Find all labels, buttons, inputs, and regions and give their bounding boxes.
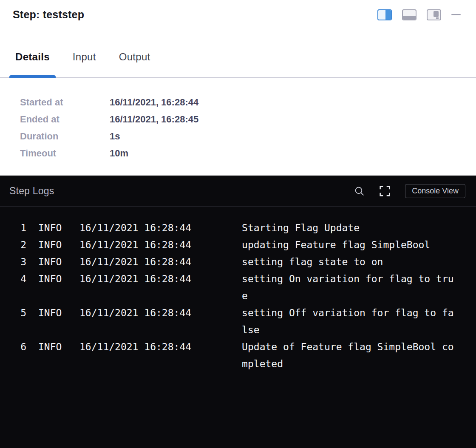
detail-row: Started at 16/11/2021, 16:28:44 bbox=[20, 94, 476, 111]
log-timestamp: 16/11/2021 16:28:44 bbox=[79, 253, 191, 270]
log-message: setting Off variation for flag to false bbox=[242, 304, 453, 338]
log-level: INFO bbox=[38, 236, 62, 253]
log-line-number: 6 bbox=[13, 338, 26, 355]
log-message: updating Feature flag SimpleBool bbox=[242, 236, 453, 253]
tab-details[interactable]: Details bbox=[9, 51, 56, 77]
log-message: Update of Feature flag SimpleBool comple… bbox=[242, 338, 453, 372]
search-icon bbox=[354, 186, 365, 196]
tab-output[interactable]: Output bbox=[113, 51, 156, 77]
log-level: INFO bbox=[38, 270, 62, 287]
log-timestamp: 16/11/2021 16:28:44 bbox=[79, 219, 191, 236]
log-line: 3 INFO 16/11/2021 16:28:44 setting flag … bbox=[13, 253, 476, 270]
tab-input[interactable]: Input bbox=[67, 51, 102, 77]
log-message: Starting Flag Update bbox=[242, 219, 453, 236]
tab-bar: Details Input Output bbox=[0, 21, 476, 78]
layout-right-view-button[interactable] bbox=[377, 9, 392, 20]
minimize-button[interactable] bbox=[451, 14, 461, 15]
logs-actions: Console View bbox=[354, 184, 465, 198]
detail-label: Duration bbox=[20, 128, 110, 145]
detail-value: 16/11/2021, 16:28:44 bbox=[110, 94, 198, 111]
log-message: setting On variation for flag to true bbox=[242, 270, 453, 304]
log-line-number: 3 bbox=[13, 253, 26, 270]
log-line-number: 1 bbox=[13, 219, 26, 236]
log-timestamp: 16/11/2021 16:28:44 bbox=[79, 270, 191, 287]
detail-row: Timeout 10m bbox=[20, 145, 476, 162]
log-level: INFO bbox=[38, 338, 62, 355]
log-level: INFO bbox=[38, 304, 62, 321]
log-line: 1 INFO 16/11/2021 16:28:44 Starting Flag… bbox=[13, 219, 476, 236]
log-timestamp: 16/11/2021 16:28:44 bbox=[79, 338, 191, 355]
console-view-button[interactable]: Console View bbox=[405, 184, 465, 198]
logs-header: Step Logs Console View bbox=[0, 176, 476, 207]
minimize-icon bbox=[451, 14, 461, 15]
step-logs-panel: Step Logs Console View 1 INFO 16/1 bbox=[0, 176, 476, 448]
details-section: Started at 16/11/2021, 16:28:44 Ended at… bbox=[0, 78, 476, 162]
log-level: INFO bbox=[38, 253, 62, 270]
layout-float-view-icon bbox=[427, 9, 441, 20]
layout-bottom-view-button[interactable] bbox=[402, 9, 416, 20]
log-line: 5 INFO 16/11/2021 16:28:44 setting Off v… bbox=[13, 304, 476, 338]
detail-row: Duration 1s bbox=[20, 128, 476, 145]
layout-controls bbox=[377, 9, 461, 20]
log-line: 4 INFO 16/11/2021 16:28:44 setting On va… bbox=[13, 270, 476, 304]
panel-header: Step: teststep bbox=[0, 0, 476, 21]
log-line: 2 INFO 16/11/2021 16:28:44 updating Feat… bbox=[13, 236, 476, 253]
layout-bottom-view-icon bbox=[402, 9, 416, 20]
search-button[interactable] bbox=[354, 186, 365, 196]
detail-label: Ended at bbox=[20, 111, 110, 128]
expand-icon bbox=[378, 185, 391, 197]
detail-label: Started at bbox=[20, 94, 110, 111]
detail-value: 10m bbox=[110, 145, 128, 162]
log-line-number: 5 bbox=[13, 304, 26, 321]
detail-label: Timeout bbox=[20, 145, 110, 162]
log-timestamp: 16/11/2021 16:28:44 bbox=[79, 304, 191, 321]
log-line-number: 4 bbox=[13, 270, 26, 287]
layout-right-view-icon bbox=[377, 9, 392, 20]
log-line-number: 2 bbox=[13, 236, 26, 253]
log-message: setting flag state to on bbox=[242, 253, 453, 270]
detail-value: 16/11/2021, 16:28:45 bbox=[110, 111, 198, 128]
log-level: INFO bbox=[38, 219, 62, 236]
layout-float-view-button[interactable] bbox=[427, 9, 441, 20]
expand-button[interactable] bbox=[378, 185, 391, 197]
log-lines: 1 INFO 16/11/2021 16:28:44 Starting Flag… bbox=[0, 207, 476, 372]
logs-title: Step Logs bbox=[9, 185, 54, 197]
detail-value: 1s bbox=[110, 128, 120, 145]
log-timestamp: 16/11/2021 16:28:44 bbox=[79, 236, 191, 253]
page-title: Step: teststep bbox=[13, 9, 84, 21]
log-line: 6 INFO 16/11/2021 16:28:44 Update of Fea… bbox=[13, 338, 476, 372]
step-details-panel: Step: teststep Details Input Output Star… bbox=[0, 0, 476, 448]
detail-row: Ended at 16/11/2021, 16:28:45 bbox=[20, 111, 476, 128]
